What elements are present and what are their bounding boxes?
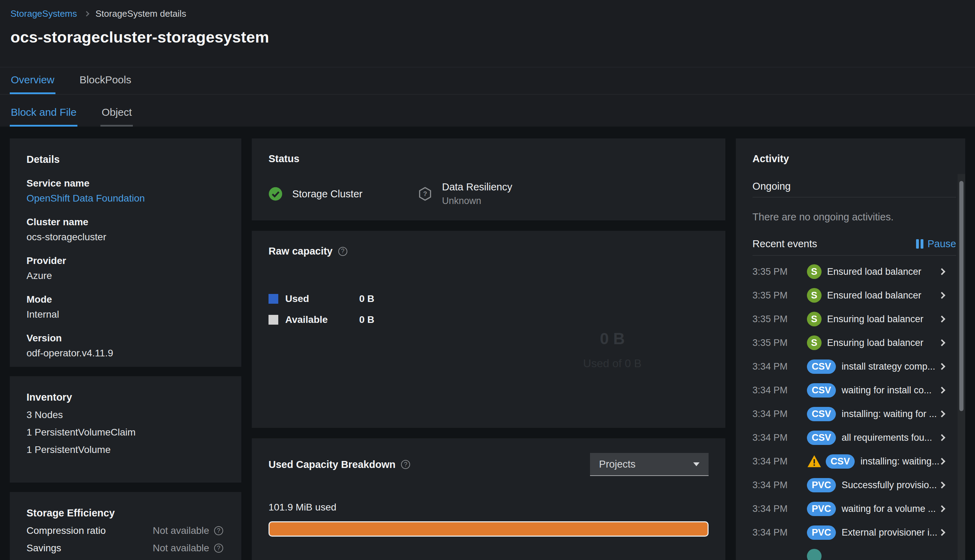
event-message: Ensured load balancer	[827, 267, 921, 277]
status-title: Status	[268, 153, 708, 165]
warning-icon	[807, 454, 822, 468]
event-row-partial[interactable]	[753, 544, 956, 560]
storage-efficiency-title: Storage Efficiency	[27, 507, 225, 519]
event-row[interactable]: 3:34 PM PVC Successfully provisio...	[753, 473, 956, 497]
left-column: Details Service name OpenShift Data Foun…	[10, 138, 241, 560]
overview-content: Details Service name OpenShift Data Foun…	[0, 127, 975, 560]
pause-events-button[interactable]: Pause	[916, 238, 956, 250]
event-row[interactable]: 3:34 PM PVC waiting for a volume ...	[753, 497, 956, 521]
field-label: Version	[27, 333, 225, 344]
used-capacity-text: 101.9 MiB used	[268, 502, 708, 513]
chevron-right-icon	[938, 410, 945, 417]
raw-capacity-card: Raw capacity ? Used 0 B Available 0 B 0 …	[252, 231, 725, 428]
event-row[interactable]: 3:34 PM CSV installing: waiting for ...	[753, 402, 956, 426]
used-swatch	[268, 294, 278, 304]
page-title: ocs-storagecluster-storagesystem	[10, 28, 975, 47]
donut-value: 0 B	[560, 329, 665, 348]
field-value: odf-operator.v4.11.9	[27, 348, 225, 359]
chevron-right-icon	[938, 505, 945, 512]
sub-tabs: Block and File Object	[0, 95, 975, 127]
breakdown-by-dropdown[interactable]: Projects	[590, 453, 708, 476]
event-row[interactable]: 3:35 PM S Ensuring load balancer	[753, 307, 956, 331]
event-message: installing: waiting...	[860, 456, 940, 467]
activity-title: Activity	[753, 153, 965, 165]
chevron-right-icon	[938, 268, 945, 275]
chevron-right-icon	[938, 339, 945, 346]
event-time: 3:34 PM	[753, 409, 797, 420]
event-time: 3:35 PM	[753, 290, 797, 301]
subtab-object[interactable]: Object	[100, 107, 133, 127]
pause-label: Pause	[928, 238, 956, 250]
nodes-link[interactable]: 3 Nodes	[27, 409, 225, 420]
csv-badge: CSV	[807, 360, 836, 374]
event-row[interactable]: 3:34 PM PVC External provisioner i...	[753, 521, 956, 544]
help-icon[interactable]: ?	[401, 460, 410, 469]
activity-scrollbar-thumb[interactable]	[959, 181, 963, 411]
event-message: waiting for a volume ...	[842, 503, 936, 514]
ongoing-section-title: Ongoing	[753, 181, 956, 197]
service-badge: S	[807, 264, 822, 279]
event-message: Successfully provisio...	[842, 480, 937, 491]
event-message: install strategy comp...	[842, 361, 935, 372]
help-icon[interactable]: ?	[338, 247, 347, 256]
subtab-block-and-file[interactable]: Block and File	[10, 107, 77, 127]
csv-badge: CSV	[807, 407, 836, 421]
event-message: Ensuring load balancer	[827, 338, 923, 348]
pvc-badge: PVC	[807, 525, 836, 540]
event-row[interactable]: 3:34 PM CSV install strategy comp...	[753, 355, 956, 378]
event-row[interactable]: 3:35 PM S Ensuring load balancer	[753, 331, 956, 355]
pvc-badge: PVC	[807, 502, 836, 516]
chevron-right-icon	[938, 292, 945, 299]
field-value: ocs-storagecluster	[27, 232, 225, 243]
pod-badge	[807, 549, 822, 560]
help-icon[interactable]: ?	[214, 543, 223, 553]
recent-events-title: Recent events	[753, 238, 817, 250]
events-list: 3:35 PM S Ensured load balancer 3:35 PM …	[753, 260, 956, 560]
activity-scrollbar-track[interactable]	[958, 174, 965, 560]
csv-badge: CSV	[807, 383, 836, 398]
event-time: 3:34 PM	[753, 361, 797, 372]
event-time: 3:34 PM	[753, 503, 797, 514]
breadcrumb: StorageSystems StorageSystem details	[10, 8, 975, 19]
event-message: all requirements fou...	[842, 432, 932, 443]
status-label: Storage Cluster	[292, 188, 363, 200]
service-name-link[interactable]: OpenShift Data Foundation	[27, 193, 225, 204]
pause-icon	[916, 239, 923, 248]
used-capacity-breakdown-title: Used Capacity Breakdown	[268, 459, 395, 470]
event-time: 3:35 PM	[753, 338, 797, 348]
raw-capacity-title: Raw capacity	[268, 245, 333, 257]
event-message: installing: waiting for ...	[842, 409, 937, 420]
field-label: Cluster name	[27, 217, 225, 228]
storage-cluster-status: Storage Cluster	[268, 187, 363, 201]
storage-efficiency-card: Storage Efficiency Compression ratio Not…	[10, 492, 241, 560]
chevron-right-icon	[938, 434, 945, 441]
event-row[interactable]: 3:34 PM CSV waiting for install co...	[753, 378, 956, 402]
event-row[interactable]: 3:34 PM CSV installing: waiting...	[753, 450, 956, 473]
available-swatch	[268, 315, 278, 325]
legend-label: Used	[285, 293, 359, 304]
event-row[interactable]: 3:34 PM CSV all requirements fou...	[753, 426, 956, 450]
chevron-right-icon	[938, 529, 945, 536]
unknown-icon: ?	[418, 187, 432, 201]
event-row[interactable]: 3:35 PM S Ensured load balancer	[753, 283, 956, 307]
chevron-right-icon	[938, 482, 945, 488]
row-value: Not available	[153, 525, 209, 536]
tab-overview[interactable]: Overview	[10, 74, 55, 94]
field-label: Mode	[27, 294, 225, 305]
svg-text:?: ?	[423, 190, 427, 197]
event-message: Ensuring load balancer	[827, 314, 923, 325]
ongoing-empty-text: There are no ongoing activities.	[753, 211, 956, 223]
help-icon[interactable]: ?	[214, 526, 223, 535]
event-row[interactable]: 3:35 PM S Ensured load balancer	[753, 260, 956, 283]
pvc-badge: PVC	[807, 478, 836, 492]
event-time: 3:35 PM	[753, 314, 797, 325]
chevron-right-icon	[938, 315, 945, 323]
breadcrumb-link-storagesystems[interactable]: StorageSystems	[10, 8, 77, 19]
service-badge: S	[807, 312, 822, 327]
compression-ratio-row: Compression ratio Not available ?	[27, 525, 225, 536]
tab-blockpools[interactable]: BlockPools	[78, 74, 132, 94]
event-message: Ensured load balancer	[827, 290, 921, 301]
status-card: Status Storage Cluster ? Data Resilien	[252, 138, 725, 220]
event-time: 3:34 PM	[753, 456, 797, 467]
legend-value: 0 B	[359, 314, 375, 325]
